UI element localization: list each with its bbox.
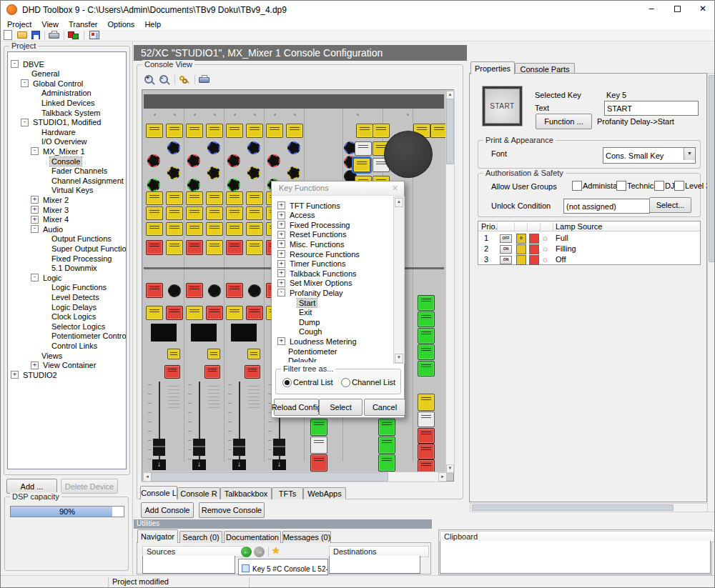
- utilities-tab-messages-0-[interactable]: Messages (0): [282, 531, 331, 543]
- new-project-icon[interactable]: [4, 30, 12, 40]
- scroll-down-arrow[interactable]: ▼: [395, 354, 403, 363]
- console-key[interactable]: [166, 191, 183, 205]
- sources-list[interactable]: [142, 556, 235, 574]
- tree-item-level-detects[interactable]: Level Detects: [41, 292, 101, 302]
- kf-tree-item-label[interactable]: Fixed Processing: [288, 221, 351, 229]
- console-key[interactable]: [166, 240, 183, 255]
- tree-item-super-output-functions[interactable]: Super Output Functions: [41, 244, 127, 253]
- tree-item-label[interactable]: Linked Devices: [40, 99, 97, 107]
- radio-channel-list[interactable]: [341, 378, 350, 387]
- console-key[interactable]: [418, 428, 435, 444]
- nav-forward-icon[interactable]: →: [254, 547, 265, 557]
- jog-wheel[interactable]: [384, 131, 433, 178]
- tree-item-label[interactable]: Views: [40, 352, 64, 360]
- radio-label[interactable]: Channel List: [352, 378, 395, 387]
- add-console-button[interactable]: Add Console: [141, 502, 194, 518]
- console-key[interactable]: [146, 206, 163, 220]
- transfer-icon[interactable]: [68, 31, 79, 40]
- key-text-input[interactable]: START: [604, 101, 699, 116]
- print-console-icon[interactable]: [199, 77, 209, 83]
- menu-item-view[interactable]: View: [36, 19, 64, 29]
- kf-tree-item-profanity-delay[interactable]: -Profanity Delay: [277, 288, 345, 297]
- utilities-tab-search-0-[interactable]: Search (0): [179, 531, 222, 543]
- console-key[interactable]: [430, 124, 445, 138]
- delete-device-button[interactable]: Delete Device: [61, 479, 118, 494]
- tree-item-clock-logics[interactable]: Clock Logics: [41, 312, 97, 322]
- tree-item-studio1-modified[interactable]: -STUDIO1, Modified: [21, 118, 102, 127]
- kf-tree-item-label[interactable]: TFT Functions: [288, 201, 342, 210]
- console-key[interactable]: [418, 312, 435, 327]
- tree-item-label[interactable]: Fader Channels: [50, 166, 109, 175]
- kf-tree-item-label[interactable]: Start: [297, 299, 317, 307]
- utilities-title-bar[interactable]: Utilities: [134, 519, 432, 529]
- tree-item-linked-devices[interactable]: Linked Devices: [31, 98, 97, 107]
- tree-expander[interactable]: +: [31, 196, 39, 204]
- tree-item-talkback-system[interactable]: Talkback System: [31, 108, 102, 117]
- lamp-red-icon[interactable]: [529, 255, 539, 265]
- console-key[interactable]: [166, 306, 183, 320]
- fader-down-button[interactable]: ↓: [152, 459, 166, 470]
- kf-tree-item-dump[interactable]: Dump: [288, 317, 321, 327]
- tree-expander[interactable]: -: [11, 60, 19, 68]
- tree-item-label[interactable]: 5.1 Downmix: [50, 264, 99, 272]
- tree-item-label[interactable]: Talkback System: [40, 109, 102, 117]
- tree-item-mx-mixer-1[interactable]: -MX_Mixer 1: [31, 146, 87, 156]
- tab-properties[interactable]: Properties: [470, 61, 515, 74]
- tree-expander[interactable]: -: [31, 225, 39, 233]
- tree-expander[interactable]: -: [31, 147, 39, 155]
- console-key[interactable]: [355, 141, 372, 156]
- tree-item-label[interactable]: Virtual Keys: [50, 186, 95, 194]
- console-key[interactable]: [246, 240, 263, 255]
- console-key[interactable]: [186, 222, 203, 236]
- console-tab-tfts[interactable]: TFTs: [272, 487, 303, 499]
- kf-tree-item-label[interactable]: Set Mixer Options: [288, 279, 353, 287]
- tree-item-control-links[interactable]: Control Links: [41, 341, 99, 350]
- tree-item-fader-channels[interactable]: Fader Channels: [41, 166, 109, 176]
- tree-expander[interactable]: -: [277, 289, 285, 297]
- console-key[interactable]: [418, 444, 435, 459]
- kf-tree-item-label[interactable]: Dump: [297, 318, 321, 327]
- dialog-close-icon[interactable]: ✕: [392, 184, 398, 193]
- utilities-tab-navigator[interactable]: Navigator: [137, 529, 178, 543]
- console-key[interactable]: [206, 240, 223, 255]
- console-key[interactable]: [378, 419, 395, 436]
- tree-item-hardware[interactable]: Hardware: [31, 127, 77, 136]
- console-key[interactable]: [206, 191, 223, 205]
- lamp-blink-icon[interactable]: ☼: [541, 255, 549, 264]
- tree-item-label[interactable]: I/O Overview: [40, 137, 89, 146]
- kf-tree-item-start[interactable]: Start: [288, 298, 317, 307]
- console-tab-talkbackbox[interactable]: Talkbackbox: [220, 487, 272, 499]
- console-key[interactable]: [378, 454, 395, 472]
- console-tab-console-l[interactable]: Console L: [140, 486, 177, 499]
- kf-tree-item-talkback-functions[interactable]: +Talkback Functions: [277, 269, 358, 278]
- kf-tree-item-label[interactable]: Resource Functions: [288, 250, 361, 259]
- tree-item-console[interactable]: Console: [41, 156, 82, 166]
- console-key[interactable]: [226, 206, 243, 220]
- tree-item-label[interactable]: STUDIO2: [21, 371, 59, 379]
- kf-tree-item-fixed-processing[interactable]: +Fixed Processing: [277, 220, 351, 229]
- kf-tree-item-delaynr[interactable]: DelayNr: [277, 357, 318, 362]
- tree-item-view-container[interactable]: +View Container: [31, 361, 97, 370]
- tree-item-output-functions[interactable]: Output Functions: [41, 234, 113, 244]
- console-key[interactable]: [146, 191, 163, 205]
- console-key[interactable]: [167, 349, 180, 359]
- fader-cap[interactable]: [233, 439, 245, 456]
- tree-expander[interactable]: +: [277, 240, 285, 248]
- fader-cap[interactable]: [273, 439, 285, 456]
- console-key[interactable]: [246, 222, 263, 236]
- tree-item-label[interactable]: STUDIO1, Modified: [31, 118, 102, 126]
- tree-item-label[interactable]: Mixer 3: [41, 206, 70, 214]
- fader-cap[interactable]: [193, 439, 205, 456]
- tree-item-channel-assignment[interactable]: Channel Assignment: [41, 176, 125, 185]
- tree-item-logic-functions[interactable]: Logic Functions: [41, 283, 108, 292]
- console-key[interactable]: [245, 365, 260, 379]
- kf-tree-item-potentiometer[interactable]: Potentiometer: [277, 347, 338, 356]
- console-key[interactable]: [164, 365, 180, 379]
- checkbox-technician[interactable]: [616, 181, 626, 191]
- tree-item-global-control[interactable]: -Global Control: [21, 79, 84, 88]
- tree-expander[interactable]: -: [21, 119, 29, 126]
- kf-tree-item-reset-functions[interactable]: +Reset Functions: [277, 230, 347, 239]
- dialog-title-bar[interactable]: Key Functions ✕: [272, 181, 404, 196]
- save-project-icon[interactable]: [31, 31, 40, 39]
- console-key[interactable]: [418, 344, 435, 360]
